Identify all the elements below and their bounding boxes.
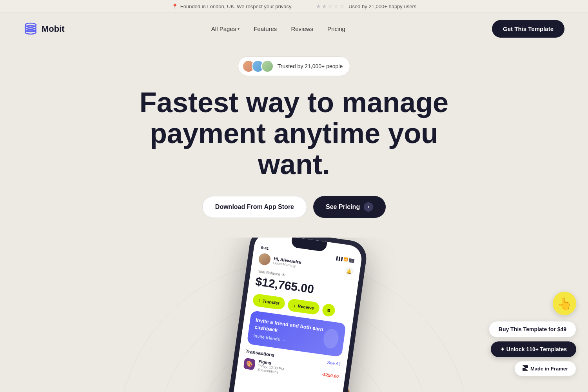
unlock-templates-button[interactable]: ✦ Unlock 110+ Templates [491, 341, 576, 357]
more-dots-icon: ≡ [327, 307, 330, 313]
phone-transfer-label: Transfer [262, 298, 280, 305]
arrow-right-icon: › [364, 202, 373, 212]
location-icon: 📍 [172, 4, 178, 9]
avatar-3 [261, 60, 274, 73]
nav-all-pages-label: All Pages [211, 25, 236, 32]
navigation: Mobit All Pages ▾ Features Reviews Prici… [0, 13, 588, 45]
made-in-framer-button[interactable]: Made in Framer [514, 361, 576, 376]
nav-links: All Pages ▾ Features Reviews Pricing [211, 25, 345, 32]
wifi-icon: 📶 [343, 257, 348, 261]
hero-buttons: Download From App Store See Pricing › [202, 196, 386, 218]
phone-transfer-button[interactable]: ↑ Transfer [252, 293, 286, 310]
phone-transactions-title: Transactions [245, 348, 275, 358]
nav-features[interactable]: Features [254, 25, 277, 32]
phone-cashback-text: Invite a friend and both earn cashback I… [253, 316, 325, 348]
trusted-text: Trusted by 21,000+ people [278, 63, 343, 69]
phone-receive-label: Receive [298, 303, 314, 310]
hand-pointer-icon: 👆 [553, 292, 576, 315]
announcement-left: 📍 Founded in London, UK. We respect your… [172, 4, 292, 9]
download-app-store-button[interactable]: Download From App Store [202, 196, 307, 218]
phone-content: Hi, Alexandra Good Morning! 🔔 Total Bala… [236, 249, 361, 390]
phone-more-button[interactable]: ≡ [321, 303, 336, 317]
hero-heading: Fastest way to manage payment anytime yo… [137, 87, 451, 180]
phone-frame: 9:41 ▐▐▐ 📶 ▓▓ Hi, Alexandra Good M [220, 238, 369, 392]
receive-arrow-icon: ↓ [293, 302, 296, 308]
trusted-badge: Trusted by 21,000+ people [238, 56, 350, 76]
phone-screen: 9:41 ▐▐▐ 📶 ▓▓ Hi, Alexandra Good M [225, 238, 363, 392]
phone-cashback-card: Invite a friend and both earn cashback I… [247, 310, 346, 357]
logo-text: Mobit [42, 24, 65, 34]
nav-reviews[interactable]: Reviews [291, 25, 313, 32]
hero-heading-line2: payment anytime you want. [150, 118, 438, 180]
nav-features-label: Features [254, 25, 277, 32]
announcement-right: ★★☆☆☆ Used by 21,000+ happy users [316, 3, 416, 9]
buy-template-button[interactable]: Buy This Template for $49 [489, 321, 576, 338]
see-pricing-label: See Pricing [326, 203, 360, 211]
phone-eye-icon: 👁 [281, 272, 286, 277]
phone-see-all-link[interactable]: See All [327, 359, 341, 367]
made-in-framer-label: Made in Framer [530, 366, 568, 372]
phone-user-avatar [258, 252, 271, 266]
logo[interactable]: Mobit [24, 22, 65, 36]
phone-mockup: 9:41 ▐▐▐ 📶 ▓▓ Hi, Alexandra Good M [220, 238, 369, 392]
nav-all-pages[interactable]: All Pages ▾ [211, 25, 240, 32]
hero-heading-line1: Fastest way to manage [140, 87, 448, 118]
chevron-down-icon: ▾ [238, 27, 240, 31]
framer-logo-icon [523, 365, 528, 372]
phone-time: 9:41 [261, 245, 269, 250]
logo-icon [24, 22, 38, 36]
stars-icon: ★★☆☆☆ [316, 3, 345, 9]
announcement-bar: 📍 Founded in London, UK. We respect your… [0, 0, 588, 13]
announcement-left-text: Founded in London, UK. We respect your p… [180, 4, 292, 9]
phone-bell-icon: 🔔 [344, 266, 354, 276]
phone-tx-amount: -$250.00 [321, 372, 339, 379]
phone-receive-button[interactable]: ↓ Receive [287, 298, 320, 315]
get-template-button[interactable]: Get This Template [492, 20, 564, 38]
nav-pricing[interactable]: Pricing [327, 25, 345, 32]
see-pricing-button[interactable]: See Pricing › [313, 196, 386, 218]
announcement-right-text: Used by 21,000+ happy users [348, 4, 416, 9]
phone-cashback-circle [322, 328, 339, 349]
nav-reviews-label: Reviews [291, 25, 313, 32]
signal-icon: ▐▐▐ [335, 256, 343, 261]
phone-tx-icon-figma: 🎨 [243, 358, 256, 370]
floating-buttons: 👆 Buy This Template for $49 ✦ Unlock 110… [489, 292, 576, 376]
battery-icon: ▓▓ [349, 258, 354, 262]
avatar-group [242, 60, 274, 73]
nav-pricing-label: Pricing [327, 25, 345, 32]
transfer-arrow-icon: ↑ [258, 298, 261, 303]
